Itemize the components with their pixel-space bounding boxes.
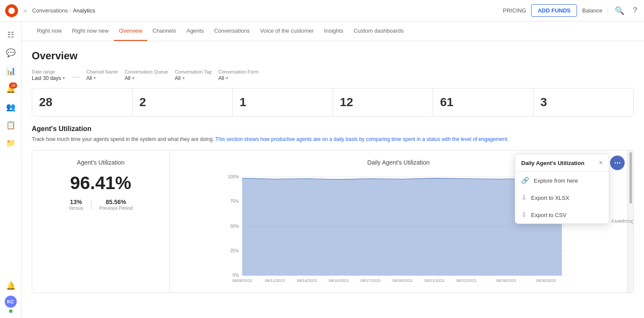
search-button[interactable]: 🔍 — [613, 4, 626, 17]
filter-channel: Channel Name All ▾ — [86, 69, 118, 81]
filter-date-value[interactable]: Last 30 days ▾ — [32, 75, 65, 81]
filter-channel-label: Channel Name — [86, 69, 118, 74]
sidebar-item-alert[interactable]: 🔔 — [3, 278, 19, 294]
popup-card: Daily Agent's Utilization × 🔗 Explore fr… — [515, 154, 609, 224]
svg-text:75%: 75% — [230, 199, 239, 204]
sidebar-item-analytics[interactable]: 📊 — [3, 63, 19, 79]
popup-item-explore[interactable]: 🔗 Explore from here — [515, 172, 609, 189]
versus-label: Versus — [69, 205, 83, 211]
filter-tag-value[interactable]: All ▾ — [175, 75, 211, 81]
breadcrumb-current: Analytics — [73, 7, 95, 14]
stat-num-1: 2 — [140, 95, 226, 109]
tab-custom[interactable]: Custom dashboards — [349, 21, 409, 41]
svg-point-23 — [617, 162, 618, 164]
occupancy-label: Occupancy — [611, 219, 634, 224]
sidebar-item-agents[interactable]: 👥 — [3, 99, 19, 115]
tab-right-now-new[interactable]: Right now new — [67, 21, 114, 41]
popup-close-button[interactable]: × — [599, 159, 603, 166]
filter-tag-text: All — [175, 75, 180, 81]
popup-item-xlsx[interactable]: ⇩ Export to XLSX — [515, 189, 609, 206]
filter-tag-label: Conversation Tag — [175, 69, 211, 74]
filter-channel-text: All — [86, 75, 92, 81]
nav-collapse-button[interactable]: » — [21, 5, 29, 16]
chat-icon: 💬 — [6, 48, 15, 58]
notifications-badge: 18 — [9, 83, 17, 89]
dots-icon — [614, 159, 621, 167]
stat-card-4: 61 — [433, 89, 534, 116]
filter-date-range: Date range Last 30 days ▾ — [32, 69, 65, 81]
sidebar-item-conversations[interactable]: 💬 — [3, 45, 19, 61]
sidebar-item-folders[interactable]: 📁 — [3, 135, 19, 151]
help-button[interactable]: ? — [631, 4, 639, 17]
topbar-right: PRICING ADD FUNDS Balance 🔍 ? — [503, 4, 639, 17]
tab-overview[interactable]: Overview — [114, 21, 147, 41]
popup-title: Daily Agent's Utilization — [521, 160, 584, 166]
download-xlsx-icon: ⇩ — [521, 194, 527, 202]
filter-bar: Date range Last 30 days ▾ — Channel Name… — [32, 69, 634, 81]
filter-queue-arrow: ▾ — [132, 76, 134, 80]
versus-sep: | — [90, 200, 92, 210]
svg-text:08/18/2023: 08/18/2023 — [392, 278, 412, 283]
popup-explore-label: Explore from here — [534, 177, 578, 184]
svg-point-24 — [619, 162, 620, 164]
sidebar-item-notifications[interactable]: 🔔 18 — [3, 81, 19, 97]
popup-header: Daily Agent's Utilization × — [515, 154, 609, 172]
alert-icon: 🔔 — [6, 281, 15, 290]
stat-num-4: 61 — [440, 95, 526, 109]
stat-card-3: 12 — [333, 89, 434, 116]
stat-num-2: 1 — [240, 95, 326, 109]
svg-text:25%: 25% — [230, 248, 239, 253]
filter-sep-1: — — [72, 72, 79, 81]
tab-voice[interactable]: Voice of the customer — [255, 21, 319, 41]
sidebar: ☷ 💬 📊 🔔 18 👥 📋 📁 🔔 KC — [0, 21, 21, 318]
add-funds-button[interactable]: ADD FUNDS — [531, 4, 577, 17]
stat-num-0: 28 — [39, 95, 125, 109]
breadcrumb-parent[interactable]: Conversations — [32, 7, 68, 14]
versus-num: 13% — [69, 199, 83, 205]
more-options-button[interactable] — [610, 156, 625, 170]
filter-channel-value[interactable]: All ▾ — [86, 75, 118, 81]
section-desc-highlight: This section shows how productive agents… — [216, 136, 509, 142]
stats-row: 28 2 1 12 61 3 — [32, 88, 634, 116]
tab-channels[interactable]: Channels — [147, 21, 181, 41]
filter-form-value[interactable]: All ▾ — [219, 75, 259, 81]
avatar[interactable]: KC — [5, 296, 17, 308]
page-title: Overview — [32, 50, 634, 62]
svg-point-0 — [9, 7, 15, 14]
tab-right-now[interactable]: Right now — [32, 21, 67, 41]
pricing-button[interactable]: PRICING — [503, 7, 526, 14]
filter-form-text: All — [219, 75, 224, 81]
app-logo[interactable] — [5, 4, 18, 17]
stat-card-5: 3 — [534, 89, 634, 116]
section-desc: Track how much time your agents spend in… — [32, 135, 634, 143]
charts-area: Agent's Utilization 96.41% 13% Versus | … — [32, 150, 634, 293]
svg-text:100%: 100% — [228, 174, 239, 179]
sidebar-item-reports[interactable]: 📋 — [3, 117, 19, 133]
popup-xlsx-label: Export to XLSX — [531, 195, 569, 201]
svg-text:0%: 0% — [233, 273, 239, 278]
filter-form-label: Conversation Form — [219, 69, 259, 74]
sidebar-item-dashboard[interactable]: ☷ — [3, 27, 19, 43]
balance-label: Balance — [582, 7, 608, 14]
tab-agents[interactable]: Agents — [181, 21, 209, 41]
dashboard-icon: ☷ — [7, 30, 14, 40]
filter-queue-value[interactable]: All ▾ — [125, 75, 168, 81]
svg-point-22 — [614, 162, 616, 164]
filter-channel-arrow: ▾ — [94, 76, 96, 80]
breadcrumb: Conversations / Analytics — [32, 7, 95, 14]
popup-item-csv[interactable]: ⇩ Export to CSV — [515, 206, 609, 223]
tab-conversations[interactable]: Conversations — [209, 21, 255, 41]
svg-marker-11 — [242, 178, 562, 276]
filter-tag-arrow: ▾ — [182, 76, 185, 80]
scrollbar-thumb[interactable] — [629, 152, 632, 204]
svg-text:08/11/2023: 08/11/2023 — [265, 278, 285, 283]
chart-left: Agent's Utilization 96.41% 13% Versus | … — [32, 150, 170, 293]
versus-item: 13% Versus — [69, 199, 83, 211]
filter-form: Conversation Form All ▾ — [219, 69, 259, 81]
breadcrumb-separator: / — [70, 7, 71, 14]
folders-icon: 📁 — [6, 138, 15, 148]
filter-date-label: Date range — [32, 69, 65, 74]
section-title: Agent's Utilization — [32, 125, 634, 133]
svg-text:08/21/2023: 08/21/2023 — [424, 278, 444, 283]
tab-insights[interactable]: Insights — [319, 21, 349, 41]
